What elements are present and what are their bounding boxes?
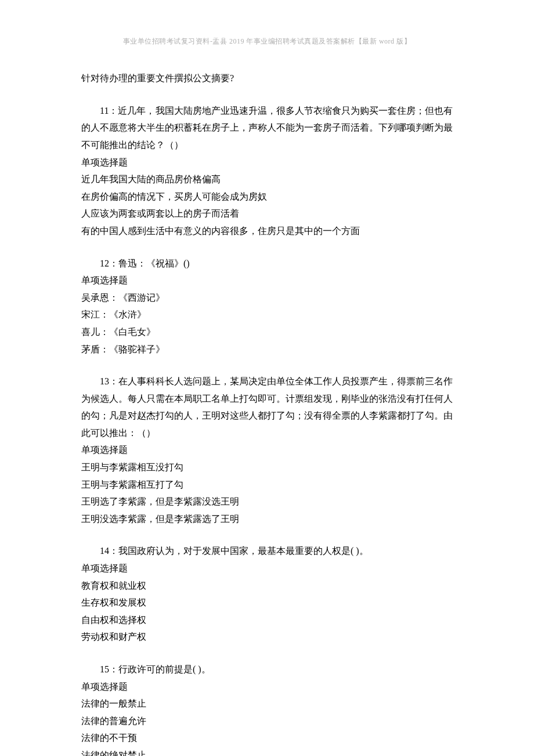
- q13-type: 单项选择题: [81, 441, 453, 459]
- q13-option-a: 王明与李紫露相互没打勾: [81, 459, 453, 476]
- q11-option-c: 人应该为两套或两套以上的房子而活着: [81, 205, 453, 222]
- q14-option-b: 生存权和发展权: [81, 594, 453, 611]
- q11: 11：近几年，我国大陆房地产业迅速升温，很多人节衣缩食只为购买一套住房；但也有的…: [81, 102, 453, 240]
- q15-option-c: 法律的不干预: [81, 729, 453, 747]
- q11-stem: 11：近几年，我国大陆房地产业迅速升温，很多人节衣缩食只为购买一套住房；但也有的…: [81, 102, 453, 154]
- q15-option-d: 法律的绝对禁止: [81, 747, 453, 756]
- q14-option-c: 自由权和选择权: [81, 611, 453, 629]
- page-header: 事业单位招聘考试复习资料-盂县 2019 年事业编招聘考试真题及答案解析【最新 …: [81, 35, 453, 48]
- q12-option-d: 茅盾：《骆驼祥子》: [81, 341, 453, 358]
- q13-option-b: 王明与李紫露相互打了勾: [81, 476, 453, 494]
- q15: 15：行政许可的前提是( )。 单项选择题 法律的一般禁止 法律的普遍允许 法律…: [81, 661, 453, 756]
- q14-stem: 14：我国政府认为，对于发展中国家，最基本最重要的人权是( )。: [81, 542, 453, 560]
- q12-option-b: 宋江：《水浒》: [81, 306, 453, 323]
- q14-option-a: 教育权和就业权: [81, 577, 453, 595]
- q11-type: 单项选择题: [81, 154, 453, 171]
- q10-tail: 针对待办理的重要文件撰拟公文摘要?: [81, 70, 453, 87]
- q14-option-d: 劳动权和财产权: [81, 628, 453, 646]
- q12-stem: 12：鲁迅：《祝福》(): [81, 255, 453, 272]
- page: 事业单位招聘考试复习资料-盂县 2019 年事业编招聘考试真题及答案解析【最新 …: [0, 0, 534, 756]
- q10-tail-text: 针对待办理的重要文件撰拟公文摘要?: [81, 70, 453, 87]
- q15-option-b: 法律的普遍允许: [81, 712, 453, 730]
- q12-option-a: 吴承恩：《西游记》: [81, 289, 453, 307]
- q13-option-c: 王明选了李紫露，但是李紫露没选王明: [81, 493, 453, 510]
- q11-option-b: 在房价偏高的情况下，买房人可能会成为房奴: [81, 188, 453, 206]
- q12-type: 单项选择题: [81, 272, 453, 289]
- q13-stem: 13：在人事科科长人选问题上，某局决定由单位全体工作人员投票产生，得票前三名作为…: [81, 373, 453, 441]
- q15-option-a: 法律的一般禁止: [81, 695, 453, 712]
- q15-stem: 15：行政许可的前提是( )。: [81, 661, 453, 678]
- q11-option-a: 近几年我国大陆的商品房价格偏高: [81, 171, 453, 188]
- q13: 13：在人事科科长人选问题上，某局决定由单位全体工作人员投票产生，得票前三名作为…: [81, 373, 453, 527]
- q14-type: 单项选择题: [81, 560, 453, 577]
- q15-type: 单项选择题: [81, 678, 453, 696]
- q12: 12：鲁迅：《祝福》() 单项选择题 吴承恩：《西游记》 宋江：《水浒》 喜儿：…: [81, 255, 453, 358]
- q13-option-d: 王明没选李紫露，但是李紫露选了王明: [81, 510, 453, 528]
- q14: 14：我国政府认为，对于发展中国家，最基本最重要的人权是( )。 单项选择题 教…: [81, 542, 453, 646]
- q11-option-d: 有的中国人感到生活中有意义的内容很多，住房只是其中的一个方面: [81, 222, 453, 240]
- content-body: 针对待办理的重要文件撰拟公文摘要? 11：近几年，我国大陆房地产业迅速升温，很多…: [81, 70, 453, 756]
- q12-option-c: 喜儿：《白毛女》: [81, 323, 453, 341]
